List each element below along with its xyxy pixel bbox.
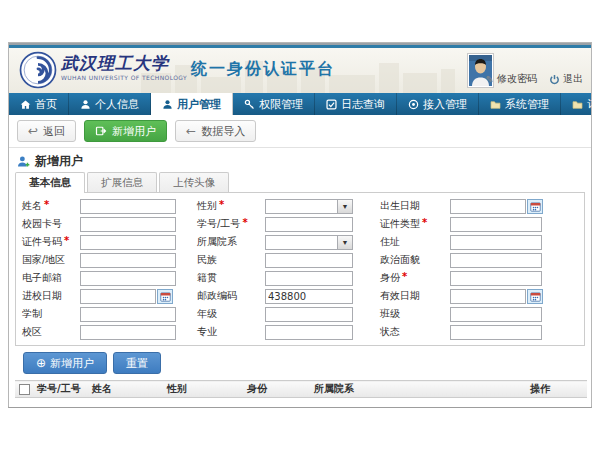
back-button-label: 返回: [43, 124, 65, 139]
enrollment-date-input[interactable]: [80, 289, 156, 304]
add-user-toolbar-button[interactable]: 新增用户: [84, 120, 167, 142]
checklist-icon: [326, 99, 337, 110]
department-select-value[interactable]: [265, 235, 337, 250]
nav-item-home[interactable]: 首页: [9, 93, 69, 115]
form-field-name: 姓名*: [16, 199, 197, 214]
calendar-icon[interactable]: [157, 289, 173, 304]
select-all-cell: [15, 381, 33, 398]
users-table: 学号/工号 姓名 性别 身份 所属院系 操作: [15, 380, 587, 407]
select-all-checkbox[interactable]: [19, 384, 30, 395]
class-input[interactable]: [450, 307, 542, 322]
form-actions: ⊕ 新增用户 重置: [9, 346, 591, 378]
political-status-input[interactable]: [450, 253, 542, 268]
valid-date-input[interactable]: [450, 289, 526, 304]
field-label: 校区: [22, 325, 80, 339]
required-asterisk: *: [242, 217, 247, 231]
email-input[interactable]: [80, 271, 176, 286]
form-field-address: 住址: [380, 235, 584, 250]
nav-item-subscription-management[interactable]: 订阅管理: [561, 93, 600, 115]
field-label: 证件号码*: [22, 235, 80, 249]
status-input[interactable]: [450, 325, 542, 340]
id-type-input[interactable]: [450, 217, 542, 232]
platform-title: 统一身份认证平台: [191, 59, 335, 80]
nav-label: 日志查询: [341, 97, 385, 112]
name-input[interactable]: [80, 199, 176, 214]
logout-link[interactable]: 退出: [549, 72, 583, 86]
back-button[interactable]: ↩ 返回: [17, 120, 76, 142]
student-id-input[interactable]: [265, 217, 353, 232]
schooling-length-input[interactable]: [80, 307, 176, 322]
identity-input[interactable]: [450, 271, 542, 286]
field-label: 校园卡号: [22, 217, 80, 231]
nav-item-user-management[interactable]: 用户管理: [151, 93, 233, 115]
ethnicity-input[interactable]: [265, 253, 353, 268]
required-asterisk: *: [219, 199, 224, 213]
form-field-birth-date: 出生日期: [380, 199, 584, 214]
nav-item-access-management[interactable]: 接入管理: [397, 93, 479, 115]
basic-info-form-panel: 姓名* 性别* ▼ 出生日期: [15, 192, 585, 346]
plus-circle-icon: ⊕: [36, 357, 46, 369]
change-password-link[interactable]: ✎ 修改密码: [486, 72, 537, 86]
field-label: 出生日期: [380, 199, 450, 213]
gender-select-value[interactable]: [265, 199, 337, 214]
form-row: 学制 年级 班级: [16, 305, 584, 323]
chevron-down-icon[interactable]: ▼: [337, 199, 353, 214]
grade-input[interactable]: [265, 307, 353, 322]
field-label: 年级: [197, 307, 265, 321]
nav-item-personal-info[interactable]: 个人信息: [69, 93, 151, 115]
nav-label: 用户管理: [177, 97, 221, 112]
gender-select[interactable]: ▼: [265, 199, 353, 214]
chevron-down-icon[interactable]: ▼: [337, 235, 353, 250]
col-student-id: 学号/工号: [33, 381, 88, 398]
logout-label: 退出: [563, 72, 583, 86]
tab-upload-avatar[interactable]: 上传头像: [159, 172, 229, 192]
user-icon: [80, 99, 91, 110]
toolbar: ↩ 返回 新增用户 ← 数据导入: [9, 115, 591, 148]
back-arrow-icon: ↩: [28, 125, 38, 137]
form-field-native-place: 籍贯: [197, 271, 380, 286]
form-field-status: 状态: [380, 325, 584, 340]
required-asterisk: *: [402, 271, 407, 285]
calendar-icon[interactable]: [527, 289, 543, 304]
native-place-input[interactable]: [265, 271, 353, 286]
nav-item-log-query[interactable]: 日志查询: [315, 93, 397, 115]
nav-item-system-management[interactable]: 系统管理: [479, 93, 561, 115]
form-field-major: 专业: [197, 325, 380, 340]
department-select[interactable]: ▼: [265, 235, 353, 250]
field-label: 国家/地区: [22, 253, 80, 267]
data-import-button-label: 数据导入: [201, 124, 245, 139]
form-field-class: 班级: [380, 307, 584, 322]
pencil-icon: ✎: [486, 74, 494, 85]
campus-input[interactable]: [80, 325, 176, 340]
power-icon: [549, 74, 560, 85]
form-row: 国家/地区 民族 政治面貌: [16, 251, 584, 269]
submit-add-user-button[interactable]: ⊕ 新增用户: [23, 352, 107, 374]
nav-item-permission-management[interactable]: 权限管理: [233, 93, 315, 115]
id-number-input[interactable]: [80, 235, 176, 250]
required-asterisk: *: [422, 217, 427, 231]
field-label: 学制: [22, 307, 80, 321]
form-field-id-number: 证件号码*: [16, 235, 197, 250]
tab-basic-info[interactable]: 基本信息: [15, 172, 85, 193]
calendar-icon[interactable]: [527, 199, 543, 214]
major-input[interactable]: [265, 325, 353, 340]
reset-button[interactable]: 重置: [113, 352, 161, 374]
postal-code-input[interactable]: [265, 289, 353, 304]
form-field-gender: 性别* ▼: [197, 199, 380, 214]
nav-label: 个人信息: [95, 97, 139, 112]
users-icon: [162, 99, 173, 110]
section-header: 新增用户: [9, 148, 591, 169]
campus-card-input[interactable]: [80, 217, 176, 232]
form-field-enrollment-date: 进校日期: [16, 289, 197, 304]
col-identity: 身份: [243, 381, 310, 398]
country-region-input[interactable]: [80, 253, 176, 268]
form-field-valid-date: 有效日期: [380, 289, 584, 304]
birth-date-input[interactable]: [450, 199, 526, 214]
data-import-button[interactable]: ← 数据导入: [175, 120, 256, 142]
tab-extended-info[interactable]: 扩展信息: [87, 172, 157, 192]
change-password-label: 修改密码: [497, 72, 537, 86]
form-row: 进校日期 邮政编码 有效日期: [16, 287, 584, 305]
address-input[interactable]: [450, 235, 542, 250]
page-header: 武汉理工大学 WUHAN UNIVERSITY OF TECHNOLOGY 统一…: [9, 48, 591, 93]
add-user-section-icon: [17, 155, 30, 168]
